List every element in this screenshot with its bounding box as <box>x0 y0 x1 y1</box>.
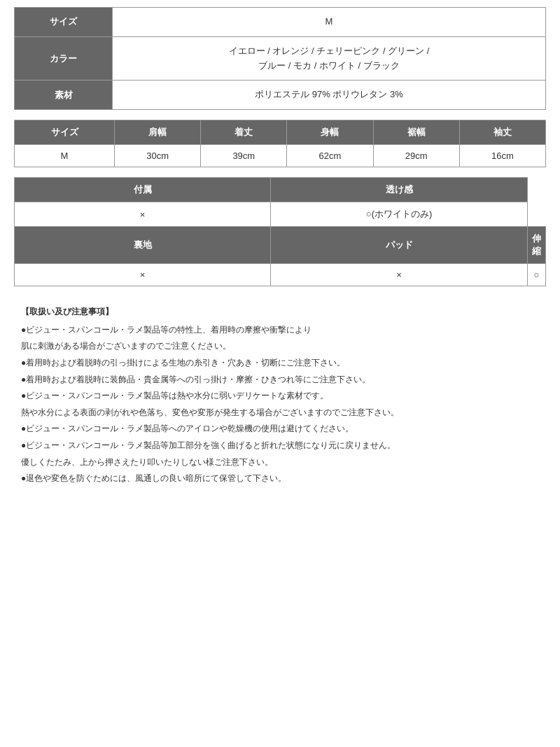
notes-line: ●ビジュー・スパンコール・ラメ製品等は熱や水分に弱いデリケートな素材です。 <box>21 389 539 404</box>
size-cell: 16cm <box>459 145 545 167</box>
info-value: M <box>113 8 546 37</box>
notes-line: ●ビジュー・スパンコール・ラメ製品等の特性上、着用時の摩擦や衝撃により <box>21 323 539 338</box>
feature-value-sukekkan: ○(ホワイトのみ) <box>271 202 528 227</box>
notes-title: 【取扱い及び注意事項】 <box>21 305 539 320</box>
feature-header-sukekkan: 透け感 <box>271 178 528 202</box>
info-label: サイズ <box>15 8 113 37</box>
feature-value-shinshuku: ○ <box>527 264 545 286</box>
info-label: 素材 <box>15 81 113 110</box>
feature-value-uraji: × <box>15 264 271 286</box>
notes-line: ●退色や変色を防ぐためには、風通しの良い暗所にて保管して下さい。 <box>21 471 539 487</box>
info-table: サイズMカラーイエロー / オレンジ / チェリーピンク / グリーン /ブルー… <box>14 7 546 110</box>
size-header: 袖丈 <box>459 120 545 145</box>
feature-header-shinshuku: 伸縮 <box>527 227 545 264</box>
size-cell: 62cm <box>287 145 373 167</box>
notes-section: 【取扱い及び注意事項】 ●ビジュー・スパンコール・ラメ製品等の特性上、着用時の摩… <box>14 300 546 492</box>
feature-header-pad: パッド <box>271 227 528 264</box>
feature-value-pad: × <box>271 264 528 286</box>
size-cell: 30cm <box>115 145 201 167</box>
info-label: カラー <box>15 36 113 81</box>
notes-line: ●ビジュー・スパンコール・ラメ製品等加工部分を強く曲げると折れた状態になり元に戻… <box>21 438 539 454</box>
size-cell: 39cm <box>201 145 287 167</box>
size-header: サイズ <box>15 120 115 145</box>
notes-line: 熱や水分による表面の剥がれや色落ち、変色や変形が発生する場合がございますのでご注… <box>21 405 539 421</box>
size-header: 身幅 <box>287 120 373 145</box>
feature-header-uraji: 裏地 <box>15 227 271 264</box>
size-cell: 29cm <box>373 145 459 167</box>
size-header: 着丈 <box>201 120 287 145</box>
size-header: 肩幅 <box>115 120 201 145</box>
notes-line: 優しくたたみ、上から押さえたり叩いたりしない様ご注意下さい。 <box>21 455 539 470</box>
info-value: ポリエステル 97% ポリウレタン 3% <box>113 81 546 110</box>
notes-line: ●着用時および着脱時の引っ掛けによる生地の糸引き・穴あき・切断にご注意下さい。 <box>21 356 539 371</box>
feature-value-fuka: × <box>15 202 271 227</box>
size-cell: M <box>15 145 115 167</box>
info-value: イエロー / オレンジ / チェリーピンク / グリーン /ブルー / モカ /… <box>113 36 546 81</box>
notes-line: ●着用時および着脱時に装飾品・貴金属等への引っ掛け・摩擦・ひきつれ等にご注意下さ… <box>21 372 539 388</box>
feature-table: 付属透け感×○(ホワイトのみ)裏地パッド伸縮××○ <box>14 177 546 286</box>
notes-line: ●ビジュー・スパンコール・ラメ製品等へのアイロンや乾燥機の使用は避けてください。 <box>21 421 539 437</box>
size-table: サイズ肩幅着丈身幅裾幅袖丈 M30cm39cm62cm29cm16cm <box>14 120 546 167</box>
feature-header-fuka: 付属 <box>15 178 271 202</box>
notes-line: 肌に刺激がある場合がございますのでご注意ください。 <box>21 339 539 354</box>
size-header: 裾幅 <box>373 120 459 145</box>
